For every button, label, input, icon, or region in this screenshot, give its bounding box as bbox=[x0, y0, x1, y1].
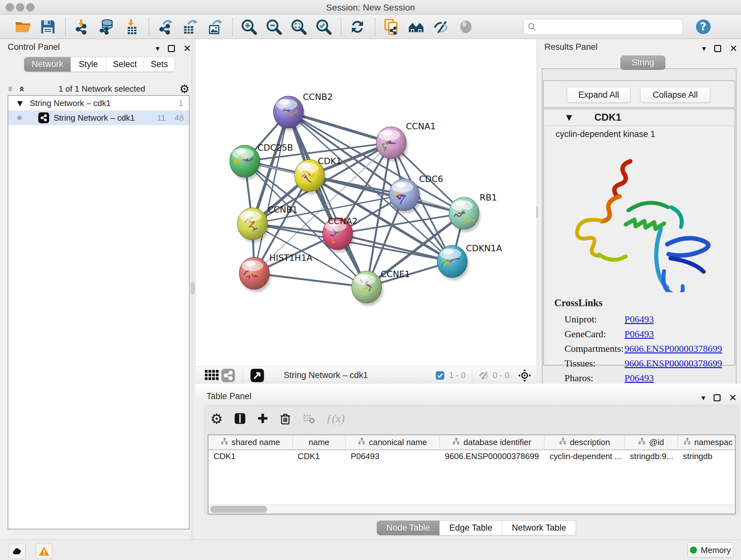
clone-network-icon[interactable] bbox=[382, 18, 400, 36]
table-panel-float-icon[interactable]: ▾ bbox=[701, 393, 705, 402]
network-node-hist1h1a[interactable]: HIST1H1A bbox=[239, 253, 313, 292]
crosslink-value-link[interactable]: P06493 bbox=[624, 373, 654, 383]
zoom-selected-icon[interactable] bbox=[315, 18, 333, 36]
table-column-header[interactable]: shared name bbox=[208, 435, 293, 449]
toolbar-separator bbox=[65, 18, 66, 36]
export-image-icon[interactable] bbox=[206, 18, 224, 36]
import-network-icon[interactable] bbox=[73, 18, 91, 36]
network-node-ccnb1[interactable]: CCNB1 bbox=[238, 205, 298, 243]
crosslink-value-link[interactable]: P06493 bbox=[624, 314, 654, 325]
control-panel-close-icon[interactable]: ✕ bbox=[183, 43, 191, 54]
protein-expand-icon[interactable]: ▼ bbox=[566, 113, 572, 122]
table-column-header[interactable]: @id bbox=[625, 435, 678, 449]
search-input[interactable] bbox=[540, 21, 674, 32]
search-box[interactable] bbox=[523, 19, 683, 35]
table-column-header[interactable]: database identifier bbox=[440, 435, 544, 449]
import-network-from-database-icon[interactable] bbox=[98, 18, 116, 36]
network-edge[interactable] bbox=[254, 273, 367, 287]
network-row[interactable]: String Network – cdk1 11 48 bbox=[8, 111, 189, 125]
results-panel-float-icon[interactable]: ▾ bbox=[702, 44, 706, 53]
crosslink-value-link[interactable]: 9606.ENSP00000378699 bbox=[624, 343, 722, 354]
tab-style[interactable]: Style bbox=[71, 57, 106, 71]
crosslink-value-link[interactable]: 9606.ENSP00000378699 bbox=[624, 358, 722, 369]
table-gear-icon[interactable]: ⚙ bbox=[210, 411, 223, 427]
search-icon bbox=[528, 22, 536, 31]
node-label-ccnb1: CCNB1 bbox=[268, 205, 298, 214]
export-network-icon[interactable] bbox=[156, 18, 174, 36]
table-horizontal-scrollbar[interactable] bbox=[208, 504, 735, 514]
expand-all-networks-icon[interactable]: » bbox=[16, 85, 27, 91]
table-panel-maximize-icon[interactable] bbox=[714, 394, 721, 401]
table-cell[interactable]: CDK1 bbox=[293, 451, 346, 461]
save-session-icon[interactable] bbox=[39, 18, 57, 36]
tab-network[interactable]: Network bbox=[24, 57, 71, 71]
results-panel-maximize-icon[interactable] bbox=[714, 45, 721, 52]
import-table-icon[interactable] bbox=[123, 18, 140, 36]
control-panel-maximize-icon[interactable] bbox=[168, 45, 175, 52]
network-node-ccna1[interactable]: CCNA1 bbox=[376, 121, 436, 162]
node-label-cdc25b: CDC25B bbox=[258, 143, 293, 152]
birdseye-view-icon[interactable] bbox=[250, 368, 265, 383]
export-table-icon[interactable] bbox=[181, 18, 199, 36]
control-panel-float-icon[interactable]: ▾ bbox=[156, 44, 159, 53]
expand-all-button[interactable]: Expand All bbox=[567, 87, 630, 103]
select-columns-icon[interactable] bbox=[233, 412, 246, 425]
tab-sets[interactable]: Sets bbox=[144, 57, 175, 71]
network-node-cdkn1a[interactable]: CDKN1A bbox=[437, 243, 502, 280]
table-cell[interactable]: 9606.ENSP00000378699 bbox=[440, 451, 544, 461]
table-cell[interactable]: cyclin-dependent ... bbox=[544, 451, 625, 461]
hide-selected-icon[interactable] bbox=[432, 18, 450, 36]
warning-button[interactable] bbox=[36, 544, 52, 559]
network-node-rb1[interactable]: RB1 bbox=[449, 192, 497, 232]
table-cell[interactable]: stringdb bbox=[678, 451, 738, 461]
table-cell[interactable]: P06493 bbox=[346, 451, 440, 461]
network-view-title: String Network – cdk1 bbox=[284, 370, 368, 380]
results-panel: Results Panel ▾ ✕ String Expand All Coll… bbox=[539, 39, 741, 382]
add-column-icon[interactable]: ✚ bbox=[257, 411, 268, 426]
delete-column-icon[interactable] bbox=[279, 412, 292, 425]
table-cell[interactable]: stringdb:9... bbox=[625, 451, 678, 461]
show-grid-icon[interactable] bbox=[205, 368, 219, 383]
tab-edge-table[interactable]: Edge Table bbox=[440, 521, 502, 535]
results-panel-close-icon[interactable]: ✕ bbox=[730, 43, 738, 54]
table-row[interactable]: CDK1CDK1P064939606.ENSP00000378699cyclin… bbox=[208, 450, 735, 462]
collection-expand-icon[interactable]: ▼ bbox=[17, 99, 23, 107]
tab-network-table[interactable]: Network Table bbox=[502, 521, 576, 535]
network-view-string-icon[interactable] bbox=[221, 368, 235, 383]
table-column-header[interactable]: namespac bbox=[678, 435, 738, 449]
table-column-header[interactable]: description bbox=[544, 435, 625, 449]
group-nodes-icon[interactable] bbox=[407, 18, 425, 36]
network-node-cdc6[interactable]: CDC6 bbox=[389, 174, 443, 213]
crosslink-value-link[interactable]: P06493 bbox=[624, 328, 654, 339]
network-options-gear-icon[interactable]: ⚙ bbox=[179, 82, 190, 96]
zoom-out-icon[interactable] bbox=[265, 18, 283, 36]
refresh-layout-icon[interactable] bbox=[348, 18, 366, 36]
crosslink-row: Compartments:9606.ENSP00000378699 bbox=[564, 341, 731, 356]
tab-node-table[interactable]: Node Table bbox=[377, 521, 440, 535]
table-cell[interactable]: CDK1 bbox=[208, 451, 293, 461]
cloud-button[interactable] bbox=[9, 544, 25, 559]
network-collection-row[interactable]: ▼ String Network – cdk1 1 bbox=[8, 96, 189, 111]
collapse-all-button[interactable]: Collapse All bbox=[640, 87, 711, 103]
column-network-icon bbox=[684, 437, 691, 447]
zoom-fit-icon[interactable] bbox=[290, 18, 308, 36]
table-panel-close-icon[interactable]: ✕ bbox=[729, 392, 737, 403]
table-scrollbar-thumb[interactable] bbox=[210, 506, 267, 513]
network-edge[interactable] bbox=[254, 112, 288, 273]
network-node-ccne1[interactable]: CCNE1 bbox=[352, 269, 410, 306]
tab-string[interactable]: String bbox=[620, 56, 665, 70]
table-column-header[interactable]: canonical name bbox=[346, 435, 440, 449]
tab-select[interactable]: Select bbox=[106, 57, 144, 71]
open-session-icon[interactable] bbox=[14, 18, 32, 36]
table-column-header[interactable]: name bbox=[293, 435, 346, 449]
left-splitter-handle[interactable] bbox=[191, 282, 195, 294]
memory-button[interactable]: Memory bbox=[687, 543, 733, 558]
protein-section-header[interactable]: ▼ CDK1 bbox=[544, 109, 735, 126]
help-icon[interactable]: ? bbox=[694, 18, 712, 36]
network-canvas[interactable]: CCNB2CCNA1CDC25BCDK1CDC6RB1CCNB1CCNA2CDK… bbox=[195, 39, 536, 367]
collapse-all-networks-icon[interactable]: » bbox=[5, 85, 16, 91]
zoom-in-icon[interactable] bbox=[240, 18, 258, 36]
fit-selected-crosshair-icon[interactable] bbox=[518, 369, 531, 382]
string-network-graph[interactable]: CCNB2CCNA1CDC25BCDK1CDC6RB1CCNB1CCNA2CDK… bbox=[196, 39, 536, 367]
main-toolbar: ? bbox=[0, 15, 741, 39]
